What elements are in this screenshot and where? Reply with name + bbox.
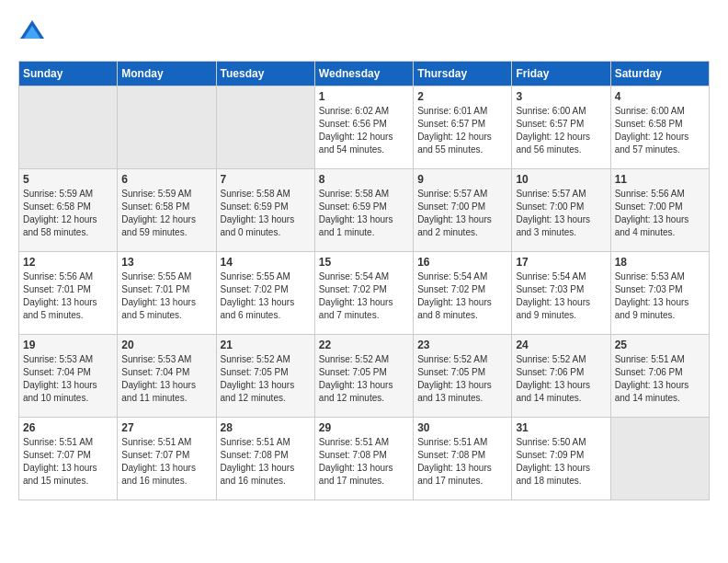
day-number: 6 [121, 173, 211, 186]
day-number: 14 [221, 256, 311, 269]
day-info: Sunrise: 5:51 AMSunset: 7:08 PMDaylight:… [221, 436, 311, 488]
day-number: 4 [615, 90, 705, 103]
calendar-day-cell: 15Sunrise: 5:54 AMSunset: 7:02 PMDayligh… [314, 252, 413, 335]
calendar-day-cell: 6Sunrise: 5:59 AMSunset: 6:58 PMDaylight… [118, 169, 216, 252]
header-cell: Friday [512, 62, 610, 86]
calendar-week-row: 26Sunrise: 5:51 AMSunset: 7:07 PMDayligh… [19, 418, 710, 500]
calendar-day-cell [216, 86, 314, 169]
calendar-day-cell: 4Sunrise: 6:00 AMSunset: 6:58 PMDaylight… [610, 86, 709, 169]
calendar-week-row: 19Sunrise: 5:53 AMSunset: 7:04 PMDayligh… [19, 335, 710, 418]
day-number: 10 [516, 173, 606, 186]
day-number: 20 [121, 339, 211, 351]
calendar-day-cell: 2Sunrise: 6:01 AMSunset: 6:57 PMDaylight… [414, 86, 512, 169]
calendar-day-cell: 31Sunrise: 5:50 AMSunset: 7:09 PMDayligh… [512, 418, 610, 500]
logo [18, 18, 50, 46]
page-header [18, 18, 710, 46]
day-number: 13 [121, 256, 211, 269]
day-number: 5 [23, 173, 113, 186]
day-info: Sunrise: 5:57 AMSunset: 7:00 PMDaylight:… [417, 188, 507, 239]
header-cell: Wednesday [314, 62, 413, 86]
day-info: Sunrise: 5:54 AMSunset: 7:02 PMDaylight:… [417, 270, 507, 322]
day-number: 18 [615, 256, 705, 269]
header-cell: Thursday [414, 62, 512, 86]
calendar-day-cell: 5Sunrise: 5:59 AMSunset: 6:58 PMDaylight… [19, 169, 118, 252]
calendar-body: 1Sunrise: 6:02 AMSunset: 6:56 PMDaylight… [19, 86, 710, 500]
calendar-day-cell: 30Sunrise: 5:51 AMSunset: 7:08 PMDayligh… [414, 418, 512, 500]
calendar-day-cell: 21Sunrise: 5:52 AMSunset: 7:05 PMDayligh… [216, 335, 314, 418]
day-info: Sunrise: 5:53 AMSunset: 7:04 PMDaylight:… [23, 353, 113, 405]
day-number: 26 [23, 421, 113, 434]
header-cell: Tuesday [216, 62, 314, 86]
day-info: Sunrise: 5:51 AMSunset: 7:08 PMDaylight:… [417, 436, 507, 488]
day-info: Sunrise: 5:53 AMSunset: 7:03 PMDaylight:… [615, 270, 705, 322]
day-number: 11 [615, 173, 705, 186]
calendar-week-row: 1Sunrise: 6:02 AMSunset: 6:56 PMDaylight… [19, 86, 710, 169]
day-info: Sunrise: 5:50 AMSunset: 7:09 PMDaylight:… [516, 436, 606, 488]
logo-icon [18, 18, 46, 46]
calendar-day-cell: 10Sunrise: 5:57 AMSunset: 7:00 PMDayligh… [512, 169, 610, 252]
calendar-day-cell: 12Sunrise: 5:56 AMSunset: 7:01 PMDayligh… [19, 252, 118, 335]
calendar-day-cell: 3Sunrise: 6:00 AMSunset: 6:57 PMDaylight… [512, 86, 610, 169]
day-info: Sunrise: 6:02 AMSunset: 6:56 PMDaylight:… [319, 105, 409, 156]
day-info: Sunrise: 5:56 AMSunset: 7:00 PMDaylight:… [615, 188, 705, 239]
calendar-day-cell: 29Sunrise: 5:51 AMSunset: 7:08 PMDayligh… [314, 418, 413, 500]
header-cell: Monday [118, 62, 216, 86]
calendar-week-row: 5Sunrise: 5:59 AMSunset: 6:58 PMDaylight… [19, 169, 710, 252]
header-row: SundayMondayTuesdayWednesdayThursdayFrid… [19, 62, 710, 86]
day-info: Sunrise: 6:01 AMSunset: 6:57 PMDaylight:… [417, 105, 507, 156]
calendar-day-cell: 8Sunrise: 5:58 AMSunset: 6:59 PMDaylight… [314, 169, 413, 252]
calendar-header: SundayMondayTuesdayWednesdayThursdayFrid… [19, 62, 710, 86]
day-number: 30 [417, 421, 507, 434]
calendar-day-cell: 26Sunrise: 5:51 AMSunset: 7:07 PMDayligh… [19, 418, 118, 500]
calendar-day-cell: 13Sunrise: 5:55 AMSunset: 7:01 PMDayligh… [118, 252, 216, 335]
day-number: 3 [516, 90, 606, 103]
day-info: Sunrise: 5:52 AMSunset: 7:05 PMDaylight:… [319, 353, 409, 405]
day-info: Sunrise: 5:59 AMSunset: 6:58 PMDaylight:… [23, 188, 113, 239]
day-info: Sunrise: 5:56 AMSunset: 7:01 PMDaylight:… [23, 270, 113, 322]
day-info: Sunrise: 5:52 AMSunset: 7:06 PMDaylight:… [516, 353, 606, 405]
calendar-day-cell: 27Sunrise: 5:51 AMSunset: 7:07 PMDayligh… [118, 418, 216, 500]
day-number: 21 [221, 339, 311, 351]
calendar-day-cell: 16Sunrise: 5:54 AMSunset: 7:02 PMDayligh… [414, 252, 512, 335]
day-info: Sunrise: 6:00 AMSunset: 6:57 PMDaylight:… [516, 105, 606, 156]
day-info: Sunrise: 5:53 AMSunset: 7:04 PMDaylight:… [121, 353, 211, 405]
day-number: 9 [417, 173, 507, 186]
day-number: 24 [516, 339, 606, 351]
calendar-day-cell: 24Sunrise: 5:52 AMSunset: 7:06 PMDayligh… [512, 335, 610, 418]
day-info: Sunrise: 5:58 AMSunset: 6:59 PMDaylight:… [221, 188, 311, 239]
day-info: Sunrise: 6:00 AMSunset: 6:58 PMDaylight:… [615, 105, 705, 156]
day-number: 1 [319, 90, 409, 103]
calendar-table: SundayMondayTuesdayWednesdayThursdayFrid… [18, 61, 710, 500]
day-info: Sunrise: 5:52 AMSunset: 7:05 PMDaylight:… [221, 353, 311, 405]
header-cell: Sunday [19, 62, 118, 86]
calendar-day-cell: 17Sunrise: 5:54 AMSunset: 7:03 PMDayligh… [512, 252, 610, 335]
calendar-week-row: 12Sunrise: 5:56 AMSunset: 7:01 PMDayligh… [19, 252, 710, 335]
day-number: 15 [319, 256, 409, 269]
day-number: 22 [319, 339, 409, 351]
day-number: 12 [23, 256, 113, 269]
day-info: Sunrise: 5:51 AMSunset: 7:06 PMDaylight:… [615, 353, 705, 405]
calendar-day-cell: 11Sunrise: 5:56 AMSunset: 7:00 PMDayligh… [610, 169, 709, 252]
day-number: 27 [121, 421, 211, 434]
day-info: Sunrise: 5:57 AMSunset: 7:00 PMDaylight:… [516, 188, 606, 239]
day-number: 8 [319, 173, 409, 186]
day-info: Sunrise: 5:59 AMSunset: 6:58 PMDaylight:… [121, 188, 211, 239]
day-number: 23 [417, 339, 507, 351]
day-info: Sunrise: 5:51 AMSunset: 7:08 PMDaylight:… [319, 436, 409, 488]
calendar-day-cell: 19Sunrise: 5:53 AMSunset: 7:04 PMDayligh… [19, 335, 118, 418]
day-number: 17 [516, 256, 606, 269]
day-info: Sunrise: 5:51 AMSunset: 7:07 PMDaylight:… [121, 436, 211, 488]
day-number: 7 [221, 173, 311, 186]
header-cell: Saturday [610, 62, 709, 86]
day-info: Sunrise: 5:54 AMSunset: 7:02 PMDaylight:… [319, 270, 409, 322]
calendar-day-cell: 7Sunrise: 5:58 AMSunset: 6:59 PMDaylight… [216, 169, 314, 252]
calendar-day-cell: 1Sunrise: 6:02 AMSunset: 6:56 PMDaylight… [314, 86, 413, 169]
day-number: 29 [319, 421, 409, 434]
day-number: 25 [615, 339, 705, 351]
calendar-day-cell [610, 418, 709, 500]
calendar-day-cell: 14Sunrise: 5:55 AMSunset: 7:02 PMDayligh… [216, 252, 314, 335]
day-number: 16 [417, 256, 507, 269]
calendar-day-cell [118, 86, 216, 169]
day-number: 28 [221, 421, 311, 434]
day-info: Sunrise: 5:55 AMSunset: 7:02 PMDaylight:… [221, 270, 311, 322]
